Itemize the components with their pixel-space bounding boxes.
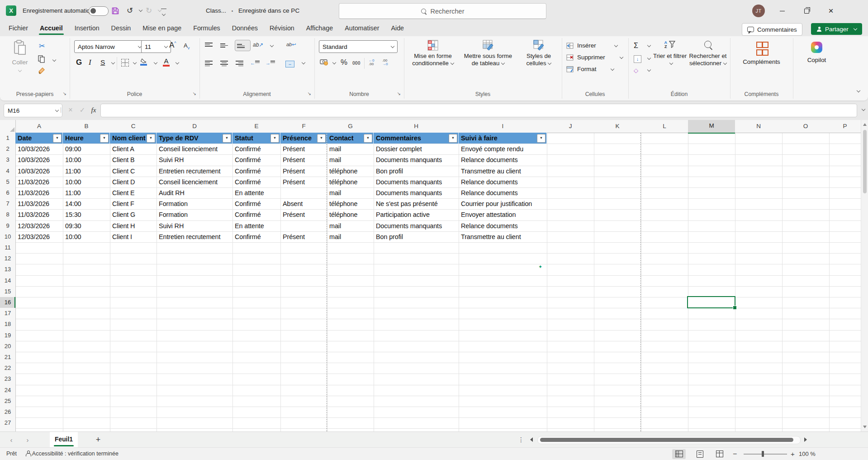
align-left-icon[interactable]	[205, 60, 213, 67]
sheet-prev-icon[interactable]: ‹	[6, 432, 16, 448]
dialog-launcher-icon[interactable]: ↘	[397, 91, 401, 96]
row-header-14[interactable]: 14	[0, 275, 16, 287]
fill-down-icon[interactable]: ↓	[634, 54, 641, 63]
delete-chevron-icon[interactable]	[620, 55, 623, 59]
autosave-toggle[interactable]	[89, 6, 109, 16]
avatar[interactable]: JT	[752, 5, 765, 17]
column-header-K[interactable]: K	[594, 120, 641, 133]
decrease-indent-icon[interactable]: ←	[250, 60, 260, 66]
cell-I8[interactable]: Envoyer attestation	[459, 209, 565, 220]
sheet-options-icon[interactable]: ⋮	[517, 432, 525, 448]
share-button[interactable]: Partager	[811, 23, 862, 35]
column-header-B[interactable]: B	[63, 120, 110, 133]
row-header-15[interactable]: 15	[0, 286, 16, 297]
filter-button-pr-sence[interactable]: ▼	[317, 134, 326, 143]
row-header-7[interactable]: 7	[0, 198, 16, 210]
tab-affichage[interactable]: Affichage	[300, 21, 339, 35]
row-header-8[interactable]: 8	[0, 209, 16, 220]
table-header-E1[interactable]: Statut▼	[232, 133, 280, 144]
comments-button[interactable]: Commentaires	[742, 23, 802, 36]
zoom-slider[interactable]	[744, 454, 787, 455]
selected-cell-M16[interactable]	[687, 296, 735, 308]
align-right-icon[interactable]	[236, 60, 243, 67]
column-header-J[interactable]: J	[547, 120, 594, 133]
scroll-down-icon[interactable]	[863, 426, 867, 428]
italic-button[interactable]: I	[89, 58, 91, 67]
align-center-icon[interactable]	[220, 60, 228, 67]
dialog-launcher-icon[interactable]: ↘	[63, 91, 66, 96]
clear-chevron-icon[interactable]	[647, 68, 651, 72]
insert-chevron-icon[interactable]	[614, 43, 618, 47]
tab-insertion[interactable]: Insertion	[69, 21, 105, 35]
tab-formules[interactable]: Formules	[187, 21, 226, 35]
column-header-G[interactable]: G	[327, 120, 374, 133]
table-header-G1[interactable]: Contact▼	[327, 133, 374, 144]
autosum-chevron-icon[interactable]	[647, 43, 651, 47]
format-painter-icon[interactable]	[38, 67, 46, 77]
zoom-slider-knob[interactable]	[762, 451, 764, 457]
font-size-select[interactable]: 11	[141, 40, 171, 53]
sheet-tab-feuil1[interactable]: Feuil1	[50, 432, 78, 447]
add-sheet-button[interactable]: +	[93, 432, 103, 448]
saved-status[interactable]: Enregistré dans ce PC	[238, 7, 299, 14]
percent-icon[interactable]: %	[341, 58, 347, 67]
row-header-10[interactable]: 10	[0, 231, 16, 243]
search-input[interactable]: Rechercher	[339, 3, 546, 19]
save-icon[interactable]	[111, 7, 119, 17]
ribbon-collapse-icon[interactable]	[857, 89, 860, 92]
row-header-19[interactable]: 19	[0, 330, 16, 341]
row-header-2[interactable]: 2	[0, 144, 16, 155]
increase-decimal-icon[interactable]: .00→0	[382, 59, 388, 66]
underline-button[interactable]: S	[100, 58, 105, 67]
filter-button-suivi-faire[interactable]: ▼	[537, 134, 545, 143]
hscroll-left-icon[interactable]	[530, 437, 533, 442]
row-header-3[interactable]: 3	[0, 154, 16, 166]
row-header-24[interactable]: 24	[0, 385, 16, 396]
font-name-select[interactable]: Aptos Narrow	[74, 40, 145, 53]
vscroll-thumb[interactable]	[863, 130, 867, 193]
borders-chevron-icon[interactable]	[133, 61, 137, 64]
orientation-chevron-icon[interactable]	[270, 43, 274, 47]
row-header-22[interactable]: 22	[0, 363, 16, 374]
filter-button-statut[interactable]: ▼	[270, 134, 279, 143]
column-header-F[interactable]: F	[280, 120, 327, 133]
fill-chevron-icon[interactable]	[647, 56, 651, 60]
fx-icon[interactable]: fx	[89, 104, 99, 116]
row-header-27[interactable]: 27	[0, 417, 16, 429]
insert-label[interactable]: Insérer	[577, 42, 596, 49]
minimize-button[interactable]	[770, 0, 794, 21]
currency-chevron-icon[interactable]	[332, 61, 336, 64]
addins-button[interactable]: Compléments	[730, 42, 793, 65]
increase-font-icon[interactable]: A^	[169, 41, 176, 50]
insert-cells-icon[interactable]	[566, 43, 574, 51]
column-header-I[interactable]: I	[459, 120, 547, 133]
column-header-L[interactable]: L	[641, 120, 688, 133]
align-middle-icon[interactable]	[220, 43, 228, 48]
horizontal-scrollbar[interactable]	[537, 436, 801, 444]
cell-I3[interactable]: Relance documents	[459, 154, 565, 165]
row-header-6[interactable]: 6	[0, 187, 16, 199]
underline-chevron-icon[interactable]	[111, 61, 115, 64]
doc-name[interactable]: Class...	[206, 7, 226, 14]
filter-button-date[interactable]: ▼	[53, 134, 62, 143]
conditional-formatting-button[interactable]: Mise en forme conditionnelle	[408, 40, 458, 67]
view-page-break-button[interactable]	[713, 449, 726, 459]
row-header-26[interactable]: 26	[0, 407, 16, 418]
table-header-I1[interactable]: Suivi à faire▼	[459, 133, 547, 144]
merge-center-icon[interactable]: ↔	[285, 59, 294, 67]
row-header-23[interactable]: 23	[0, 374, 16, 385]
close-button[interactable]: ×	[819, 0, 843, 21]
merge-chevron-icon[interactable]	[302, 61, 305, 64]
autosum-icon[interactable]: Σ	[634, 42, 638, 50]
table-header-B1[interactable]: Heure▼	[63, 133, 110, 144]
excel-logo-icon[interactable]: X	[6, 5, 16, 16]
view-page-layout-button[interactable]	[693, 449, 707, 459]
scroll-up-icon[interactable]	[863, 123, 867, 126]
view-normal-button[interactable]	[672, 449, 686, 459]
copilot-button[interactable]: Copilot	[793, 42, 840, 63]
formula-bar-handle[interactable]: ⋮	[58, 104, 63, 116]
name-box[interactable]: M16	[4, 104, 62, 117]
cell-I2[interactable]: Envoyé compte rendu	[459, 144, 565, 154]
cell-I4[interactable]: Transmettre au client	[459, 166, 565, 177]
thousands-separator-icon[interactable]: 000	[352, 60, 360, 66]
